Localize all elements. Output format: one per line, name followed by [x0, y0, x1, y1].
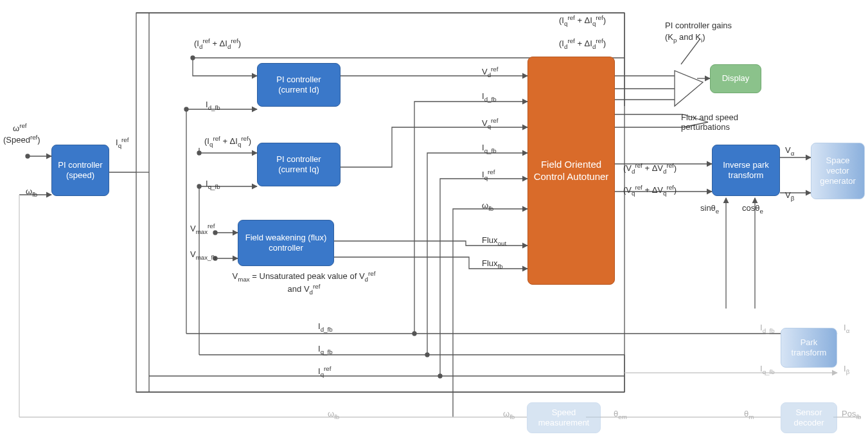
svg-point-24: [438, 374, 442, 378]
vq-dvq-label: (Vqref + ΔVqref): [623, 184, 677, 197]
display-label: Display: [722, 73, 750, 84]
iqref-mid-label: Iqref: [482, 168, 495, 181]
sensor-decoder-block[interactable]: Sensor decoder: [781, 402, 837, 433]
svg-gen-label: Space vector generator: [815, 156, 860, 187]
pi-iq-block[interactable]: PI controller (current Iq): [257, 143, 341, 186]
cos-theta-label: cosθe: [742, 203, 763, 215]
sensor-dec-label: Sensor decoder: [785, 408, 833, 429]
kp-ki-label: (Kp and Ki): [665, 32, 705, 44]
v-beta-label: Vβ: [785, 190, 794, 202]
speed-ref-label: (Speedref): [3, 134, 40, 145]
idfb-bot-label: Id_fb: [318, 321, 333, 333]
foc-autotuner-block[interactable]: Field Oriented Control Autotuner: [527, 57, 615, 285]
omegafb-mid-label: ωfb: [482, 201, 493, 212]
park-transform-block[interactable]: Park transform: [781, 328, 837, 368]
iq-fb-label: Iq_fb: [206, 179, 220, 190]
sin-theta-label: sinθe: [700, 203, 719, 215]
park-label: Park transform: [785, 337, 833, 359]
flux-speed-pert-label: Flux and speed perturbations: [681, 112, 758, 132]
svg-point-7: [191, 56, 195, 60]
fluxfb-label: Fluxfb: [482, 258, 503, 270]
speed-meas-label: Speed measurement: [531, 408, 596, 429]
pi-speed-label: PI controller (speed): [56, 160, 105, 181]
svg-point-22: [412, 332, 416, 336]
svg-point-15: [197, 184, 201, 188]
field-weakening-label: Field weakening (flux) controller: [242, 233, 330, 254]
omega-ref-label: ωref: [13, 122, 27, 133]
inverse-park-label: Inverse park transform: [716, 160, 775, 181]
right-idref-did-label: (Idref + ΔIdref): [559, 37, 606, 50]
omegafb-bot2-label: ωfb: [503, 409, 515, 420]
pi-id-label: PI controller (current Id): [261, 75, 336, 96]
iqref-bot-label: Iqref: [318, 365, 331, 378]
pi-iq-label: PI controller (current Iq): [261, 154, 336, 175]
inverse-park-block[interactable]: Inverse park transform: [712, 145, 780, 196]
svg-point-23: [425, 353, 429, 357]
idfb-right-label: Id_fb: [760, 323, 775, 334]
display-block[interactable]: Display: [710, 64, 761, 93]
iq-ref-label: Iqref: [116, 136, 128, 149]
fluxout-label: Fluxout: [482, 235, 506, 247]
field-weakening-block[interactable]: Field weakening (flux) controller: [238, 220, 334, 266]
i-beta-label: Iβ: [844, 364, 849, 375]
iq-ref-diq-label: (Iqref + ΔIqref): [204, 135, 251, 148]
pi-speed-block[interactable]: PI controller (speed): [51, 145, 109, 196]
vq-ref-label: Vqref: [482, 117, 499, 130]
svg-point-0: [26, 154, 30, 158]
vd-dvd-label: (Vdref + ΔVdref): [623, 162, 677, 175]
omega-fb-label: ωfb: [26, 186, 37, 198]
iqfb-bot-label: Iq_fb: [318, 344, 333, 355]
iqfb-right-label: Iq_fb: [760, 364, 775, 375]
idfb-mid-label: Id_fb: [482, 91, 497, 103]
foc-autotuner-label: Field Oriented Control Autotuner: [532, 159, 610, 183]
theta-m-label: θm: [744, 409, 754, 420]
svg-point-13: [197, 151, 201, 155]
omegafb-bot-label: ωfb: [328, 409, 339, 420]
v-alpha-label: Vα: [785, 145, 794, 157]
i-alpha-label: Iα: [844, 323, 849, 334]
pi-gains-label: PI controller gains: [665, 21, 732, 30]
posfb-label: Posfb: [842, 409, 862, 420]
pi-id-block[interactable]: PI controller (current Id): [257, 63, 341, 107]
top-iqref-diq-label: (Iqref + ΔIqref): [559, 14, 606, 27]
theta-em-label: θem: [614, 409, 627, 420]
id-fb-label: Id_fb: [206, 100, 220, 111]
id-ref-did-label: (Idref + ΔIdref): [194, 37, 241, 50]
speed-measurement-block[interactable]: Speed measurement: [527, 402, 601, 433]
svg-point-11: [184, 107, 188, 111]
vmax-fb-label: Vmax_fb: [190, 249, 217, 261]
space-vector-generator-block[interactable]: Space vector generator: [811, 143, 865, 199]
iqfb-mid-label: Iq_fb: [482, 143, 497, 154]
vd-ref-label: Vdref: [482, 66, 499, 78]
vmax-ref-label: Vmaxref: [190, 222, 215, 235]
vmax-note-label: Vmax = Unsaturated peak value of Vdref a…: [230, 270, 378, 296]
